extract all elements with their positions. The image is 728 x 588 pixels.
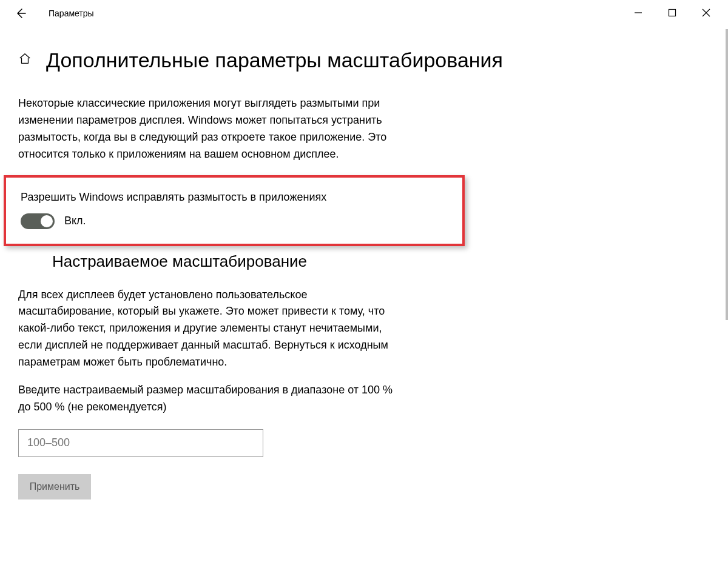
minimize-icon: [634, 8, 642, 17]
custom-scaling-input-label: Введите настраиваемый размер масштабиров…: [18, 382, 406, 416]
fix-blur-section-highlight: Разрешить Windows исправлять размытость …: [4, 175, 465, 246]
close-button[interactable]: [698, 8, 715, 19]
svg-rect-1: [669, 10, 676, 16]
apply-button[interactable]: Применить: [18, 474, 91, 499]
page-header: Дополнительные параметры масштабирования: [18, 48, 710, 72]
fix-blur-toggle-row: Вкл.: [21, 213, 448, 229]
vertical-scrollbar[interactable]: [726, 29, 728, 320]
window-title: Параметры: [49, 8, 94, 18]
arrow-left-icon: [15, 7, 27, 19]
window-controls: [619, 0, 726, 28]
titlebar: Параметры: [0, 0, 728, 27]
fix-blur-label: Разрешить Windows исправлять размытость …: [21, 191, 448, 204]
maximize-button[interactable]: [664, 8, 681, 19]
close-icon: [702, 8, 710, 17]
fix-blur-toggle[interactable]: [21, 213, 55, 229]
content-area: Дополнительные параметры масштабирования…: [0, 27, 728, 499]
custom-scaling-desc: Для всех дисплеев будет установлено поль…: [18, 287, 406, 371]
custom-scale-input[interactable]: [18, 429, 263, 457]
toggle-knob: [41, 215, 53, 227]
home-icon: [18, 52, 32, 65]
intro-text: Некоторые классические приложения могут …: [18, 95, 406, 163]
minimize-button[interactable]: [630, 8, 647, 19]
custom-scaling-title: Настраиваемое масштабирование: [52, 252, 710, 271]
maximize-icon: [668, 8, 676, 17]
fix-blur-state: Вкл.: [64, 215, 86, 227]
home-button[interactable]: [18, 52, 32, 69]
page-title: Дополнительные параметры масштабирования: [46, 48, 503, 72]
back-button[interactable]: [8, 1, 33, 25]
